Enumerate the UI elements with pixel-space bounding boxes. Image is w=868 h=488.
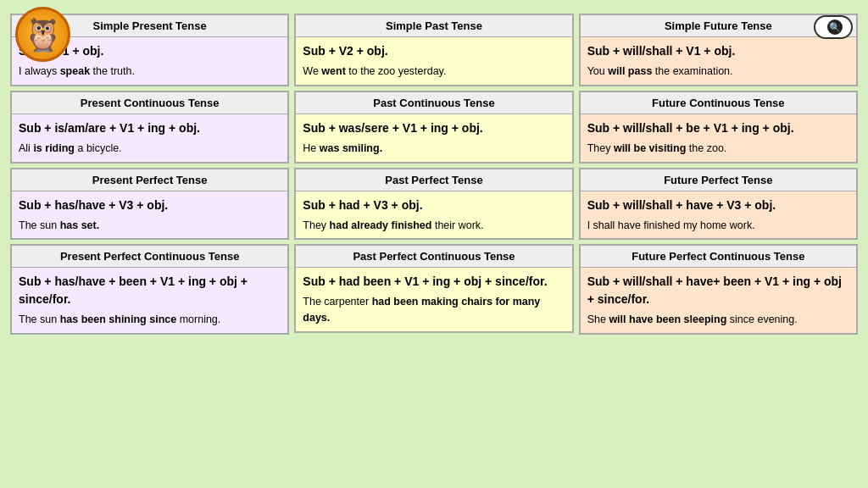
- tense-content: Sub + V2 + obj.We went to the zoo yester…: [296, 37, 571, 85]
- tense-formula: Sub + V2 + obj.: [303, 42, 565, 60]
- tense-header: Present Continuous Tense: [12, 92, 287, 114]
- tense-example: You will pass the examination.: [587, 64, 849, 80]
- tense-formula: Sub + had + V3 + obj.: [303, 197, 565, 214]
- tense-content: Sub + will/shall + V1 + obj.You will pas…: [581, 37, 856, 85]
- tense-formula: Sub + will/shall + have+ been + V1 + ing…: [587, 273, 849, 308]
- tense-content: Sub + will/shall + be + V1 + ing + obj.T…: [581, 114, 856, 162]
- tense-formula: Sub + is/am/are + V1 + ing + obj.: [19, 119, 281, 137]
- tense-example: The sun has been shining since morning.: [19, 312, 281, 328]
- tense-content: Sub + will/shall + have + V3 + obj.I sha…: [581, 191, 856, 239]
- tense-example: They will be visiting the zoo.: [587, 141, 849, 157]
- tense-header: Simple Past Tense: [296, 15, 571, 37]
- tense-box: Past Perfect Continuous TenseSub + had b…: [294, 244, 573, 333]
- tense-content: Sub + was/sere + V1 + ing + obj.He was s…: [296, 114, 571, 162]
- tense-formula: Sub + will/shall + have + V3 + obj.: [587, 197, 849, 214]
- tense-example: The carpenter had been making chairs for…: [303, 294, 565, 326]
- tense-example: I always speak the truth.: [19, 64, 281, 80]
- tense-header: Future Perfect Continuous Tense: [581, 246, 856, 268]
- tense-content: Sub + is/am/are + V1 + ing + obj.Ali is …: [12, 114, 287, 162]
- tense-content: Sub + had + V3 + obj.They had already fi…: [296, 191, 571, 239]
- tense-content: Sub + has/have + V3 + obj.The sun has se…: [12, 191, 287, 239]
- tense-box: Past Perfect TenseSub + had + V3 + obj.T…: [294, 168, 573, 241]
- tense-box: Past Continuous TenseSub + was/sere + V1…: [294, 91, 573, 164]
- tense-example: The sun has set.: [19, 218, 281, 234]
- tense-example: I shall have finished my home work.: [587, 218, 849, 234]
- tense-formula: Sub + will/shall + be + V1 + ing + obj.: [587, 119, 849, 137]
- tense-box: Future Perfect TenseSub + will/shall + h…: [579, 168, 858, 241]
- owl-logo: 🦉: [15, 7, 70, 62]
- brand-badge[interactable]: 🔍: [814, 15, 853, 39]
- tense-formula: Sub + has/have + been + V1 + ing + obj +…: [19, 273, 281, 308]
- search-icon[interactable]: 🔍: [827, 19, 843, 35]
- tense-formula: Sub + had been + V1 + ing + obj + since/…: [303, 273, 565, 291]
- tense-example: He was smiling.: [303, 141, 565, 157]
- tense-formula: Sub + will/shall + V1 + obj.: [587, 42, 849, 60]
- tense-header: Present Perfect Tense: [12, 169, 287, 191]
- tense-box: Present Continuous TenseSub + is/am/are …: [10, 91, 289, 164]
- tense-header: Past Perfect Tense: [296, 169, 571, 191]
- tense-header: Past Continuous Tense: [296, 92, 571, 114]
- tense-header: Future Perfect Tense: [581, 169, 856, 191]
- tense-box: Present Perfect TenseSub + has/have + V3…: [10, 168, 289, 241]
- tense-box: Present Perfect Continuous TenseSub + ha…: [10, 244, 289, 335]
- tense-formula: Sub + has/have + V3 + obj.: [19, 197, 281, 214]
- tense-header: Present Perfect Continuous Tense: [12, 246, 287, 268]
- past-section: Simple Past TenseSub + V2 + obj.We went …: [294, 14, 573, 339]
- tense-box: Future Perfect Continuous TenseSub + wil…: [579, 244, 858, 335]
- present-section: Simple Present TenseSub + V1 + obj.I alw…: [10, 14, 289, 339]
- tense-example: She will have been sleeping since evenin…: [587, 312, 849, 328]
- tense-content: Sub + will/shall + have+ been + V1 + ing…: [581, 268, 856, 333]
- tenses-grid: Simple Present TenseSub + V1 + obj.I alw…: [7, 14, 861, 339]
- tense-box: Simple Past TenseSub + V2 + obj.We went …: [294, 14, 573, 86]
- tense-example: We went to the zoo yesterday.: [303, 64, 565, 80]
- tense-example: Ali is riding a bicycle.: [19, 141, 281, 157]
- tense-formula: Sub + was/sere + V1 + ing + obj.: [303, 119, 565, 137]
- tense-example: They had already finished their work.: [303, 218, 565, 234]
- tense-header: Past Perfect Continuous Tense: [296, 246, 571, 268]
- future-section: Simple Future TenseSub + will/shall + V1…: [579, 14, 858, 339]
- tense-header: Future Continuous Tense: [581, 92, 856, 114]
- tense-content: Sub + has/have + been + V1 + ing + obj +…: [12, 268, 287, 333]
- tense-content: Sub + had been + V1 + ing + obj + since/…: [296, 268, 571, 331]
- tense-box: Future Continuous TenseSub + will/shall …: [579, 91, 858, 164]
